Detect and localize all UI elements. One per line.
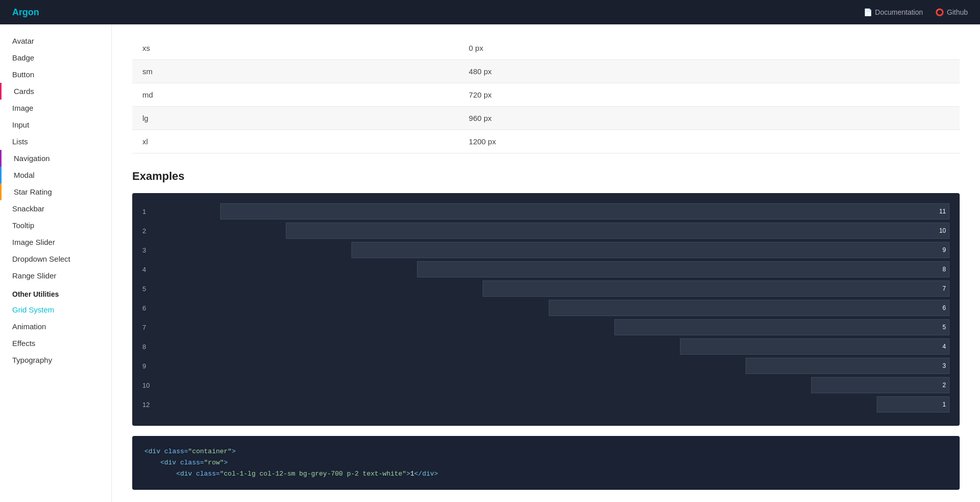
sidebar-item-badge[interactable]: Badge [0, 49, 111, 66]
sidebar-item-effects[interactable]: Effects [0, 335, 111, 352]
sidebar-item-input[interactable]: Input [0, 116, 111, 133]
sidebar-item-dropdown-select[interactable]: Dropdown Select [0, 250, 111, 267]
grid-row-label: 6 [142, 304, 155, 312]
sidebar-item-grid-system[interactable]: Grid System [0, 301, 111, 318]
grid-row: 84 [142, 338, 949, 355]
grid-row-label: 8 [142, 343, 155, 351]
page-layout: Avatar Badge Button Cards Image Input Li… [0, 24, 980, 502]
grid-row-label: 10 [142, 382, 155, 389]
bp-value: 720 px [459, 83, 960, 107]
bp-value: 1200 px [459, 130, 960, 153]
examples-title: Examples [132, 170, 960, 183]
sidebar-item-image[interactable]: Image [0, 100, 111, 116]
code-block: <div class="container"> <div class="row"… [132, 436, 960, 490]
grid-cell: 8 [417, 261, 949, 277]
code-line-1: <div class="container"> [144, 446, 947, 457]
documentation-link[interactable]: 📄 Documentation [864, 8, 923, 16]
sidebar-item-button[interactable]: Button [0, 66, 111, 83]
bp-size: lg [132, 107, 459, 130]
sidebar-item-star-rating[interactable]: Star Rating [0, 183, 111, 200]
grid-row-label: 1 [142, 208, 155, 215]
sidebar-item-avatar[interactable]: Avatar [0, 33, 111, 49]
grid-cell: 3 [746, 358, 949, 374]
brand-prefix: Ar [12, 7, 22, 17]
grid-row: 93 [142, 358, 949, 374]
grid-row: 48 [142, 261, 949, 277]
table-row: xs0 px [132, 37, 960, 60]
bp-size: md [132, 83, 459, 107]
grid-row-label: 7 [142, 324, 155, 331]
code-line-2: <div class="row"> [144, 457, 947, 468]
table-row: lg960 px [132, 107, 960, 130]
bp-size: xs [132, 37, 459, 60]
brand-accent: gon [22, 7, 39, 17]
github-link[interactable]: ⭕ Github [935, 8, 968, 16]
grid-cell: 5 [614, 319, 949, 335]
sidebar-item-snackbar[interactable]: Snackbar [0, 200, 111, 217]
bp-value: 960 px [459, 107, 960, 130]
github-icon: ⭕ [935, 8, 944, 16]
grid-row: 66 [142, 300, 949, 316]
sidebar-item-lists[interactable]: Lists [0, 133, 111, 150]
table-row: xl1200 px [132, 130, 960, 153]
other-utilities-heading: Other Utilities [0, 284, 111, 301]
grid-row-label: 12 [142, 401, 155, 409]
grid-row: 210 [142, 223, 949, 239]
sidebar-item-typography[interactable]: Typography [0, 352, 111, 368]
grid-cell: 6 [549, 300, 950, 316]
grid-row-label: 9 [142, 362, 155, 370]
grid-row-label: 4 [142, 266, 155, 273]
grid-cell: 7 [483, 280, 949, 297]
grid-cell: 4 [680, 338, 949, 355]
sidebar-item-navigation[interactable]: Navigation [0, 150, 111, 167]
grid-row-label: 3 [142, 246, 155, 254]
grid-row: 39 [142, 242, 949, 258]
sidebar-item-image-slider[interactable]: Image Slider [0, 234, 111, 250]
bp-value: 480 px [459, 60, 960, 83]
nav-links: 📄 Documentation ⭕ Github [864, 8, 968, 16]
code-line-3: <div class="col-1-lg col-12-sm bg-grey-7… [144, 468, 947, 480]
grid-cell: 9 [351, 242, 949, 258]
grid-row: 102 [142, 377, 949, 393]
sidebar-item-animation[interactable]: Animation [0, 318, 111, 335]
grid-cell: 1 [877, 396, 949, 413]
grid-cell: 2 [811, 377, 949, 393]
table-row: md720 px [132, 83, 960, 107]
breakpoints-table: xs0 pxsm480 pxmd720 pxlg960 pxxl1200 px [132, 37, 960, 153]
sidebar: Avatar Badge Button Cards Image Input Li… [0, 24, 112, 502]
grid-cell: 10 [286, 223, 949, 239]
top-navigation: Argon 📄 Documentation ⭕ Github [0, 0, 980, 24]
main-content: xs0 pxsm480 pxmd720 pxlg960 pxxl1200 px … [112, 24, 980, 502]
bp-value: 0 px [459, 37, 960, 60]
grid-row: 75 [142, 319, 949, 335]
grid-row-label: 5 [142, 285, 155, 293]
brand-logo[interactable]: Argon [12, 7, 39, 18]
sidebar-item-modal[interactable]: Modal [0, 167, 111, 183]
grid-row-label: 2 [142, 227, 155, 235]
grid-demo: 11121039485766758493102121 [132, 193, 960, 426]
grid-cell: 11 [220, 203, 949, 219]
sidebar-item-cards[interactable]: Cards [0, 83, 111, 100]
bp-size: sm [132, 60, 459, 83]
bp-size: xl [132, 130, 459, 153]
doc-icon: 📄 [864, 8, 872, 16]
grid-row: 57 [142, 280, 949, 297]
sidebar-item-tooltip[interactable]: Tooltip [0, 217, 111, 234]
grid-row: 121 [142, 396, 949, 413]
grid-row: 111 [142, 203, 949, 219]
sidebar-item-range-slider[interactable]: Range Slider [0, 267, 111, 284]
table-row: sm480 px [132, 60, 960, 83]
